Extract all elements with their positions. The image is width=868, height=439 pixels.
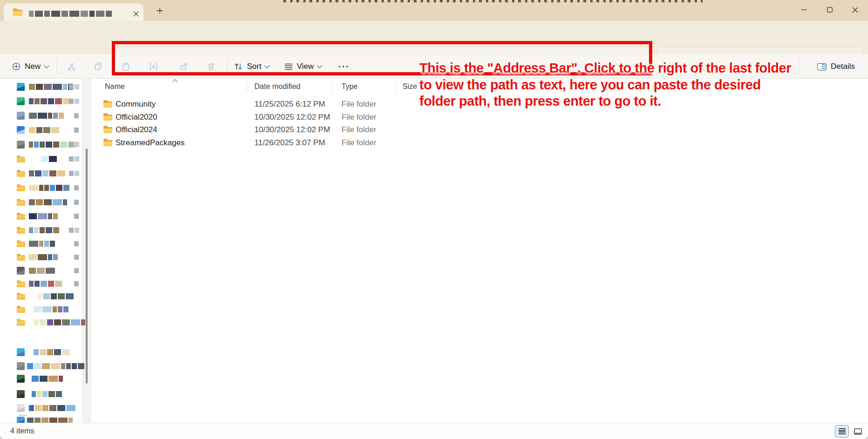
redacted-label	[29, 127, 59, 133]
folder-icon	[17, 227, 25, 234]
redacted-label	[32, 376, 63, 382]
file-row[interactable]: Official202410/30/2025 12:02 PMFile fold…	[93, 123, 475, 136]
sidebar-item[interactable]	[0, 184, 82, 193]
file-name[interactable]: StreamedPackages	[116, 138, 185, 148]
sidebar-divider	[19, 415, 27, 416]
file-name[interactable]: Official2020	[116, 113, 157, 122]
sidebar-item[interactable]	[0, 267, 82, 276]
app-icon	[17, 348, 25, 356]
file-explorer-window: …AppDataLocalPackagesMicrosoft.Limitless…	[0, 0, 868, 439]
copy-icon	[94, 62, 103, 71]
redacted-label	[27, 363, 84, 369]
file-type: File folder	[342, 125, 376, 135]
paste-button[interactable]	[120, 61, 132, 73]
sidebar-item[interactable]	[0, 155, 82, 164]
sidebar-item[interactable]	[0, 318, 82, 328]
cut-button[interactable]	[66, 61, 78, 73]
sidebar-item[interactable]	[0, 305, 82, 315]
new-label: New	[25, 62, 41, 71]
column-header-type[interactable]: Type	[342, 82, 358, 91]
sidebar-item[interactable]	[0, 390, 82, 399]
toolbar-divider	[799, 59, 799, 74]
folder-icon	[17, 199, 25, 206]
file-type: File folder	[342, 138, 376, 148]
file-name[interactable]: Official2024	[116, 125, 157, 135]
app-icon	[17, 375, 25, 383]
sidebar-item[interactable]	[0, 292, 82, 302]
file-row[interactable]: Official202010/30/2025 12:02 PMFile fold…	[93, 111, 475, 123]
chevron-down-icon	[44, 63, 49, 68]
maximize-button[interactable]	[817, 0, 842, 20]
annotation-line-3: folder path, then press enter to go to i…	[419, 93, 791, 110]
redacted-badge	[69, 142, 79, 147]
folder-icon	[17, 280, 25, 287]
file-name[interactable]: Community	[116, 100, 156, 109]
redacted-label	[32, 391, 62, 397]
folder-icon	[103, 113, 112, 121]
column-separator[interactable]	[246, 82, 247, 92]
redacted-badge	[74, 255, 79, 260]
window-controls	[791, 0, 868, 21]
share-button[interactable]	[178, 61, 190, 73]
redacted-label	[29, 98, 71, 104]
redacted-label	[29, 213, 58, 219]
details-view-toggle[interactable]	[835, 425, 849, 438]
redacted-label	[29, 241, 55, 247]
sort-button[interactable]: Sort	[234, 59, 269, 74]
folder-icon	[17, 213, 25, 220]
redacted-label	[29, 268, 55, 274]
sidebar-item[interactable]	[0, 169, 82, 179]
file-row[interactable]: Community11/25/2025 6:12 PMFile folder	[93, 98, 475, 110]
sidebar-item[interactable]	[0, 126, 82, 135]
close-tab-icon[interactable]	[130, 8, 142, 20]
column-separator[interactable]	[396, 82, 396, 92]
sidebar-item[interactable]	[0, 280, 82, 289]
content-view-icon	[854, 428, 862, 435]
redacted-label	[34, 349, 70, 355]
sidebar-item[interactable]	[0, 362, 82, 371]
close-button[interactable]	[842, 0, 868, 20]
sidebar-item[interactable]	[0, 212, 82, 222]
copy-button[interactable]	[92, 61, 104, 73]
new-button[interactable]: New	[8, 59, 52, 74]
app-icon	[17, 267, 25, 275]
details-view-icon	[839, 428, 846, 434]
more-options-button[interactable]	[337, 61, 350, 73]
sidebar-item[interactable]	[0, 226, 82, 236]
sidebar-item[interactable]	[0, 112, 82, 121]
column-header-date-modified[interactable]: Date modified	[254, 82, 301, 91]
new-tab-button[interactable]	[154, 5, 166, 17]
redacted-badge	[74, 241, 79, 246]
sidebar-item[interactable]	[0, 240, 82, 249]
file-row[interactable]: StreamedPackages11/26/2025 3:07 PMFile f…	[93, 136, 475, 149]
column-separator[interactable]	[332, 82, 333, 92]
content-view-toggle[interactable]	[851, 425, 865, 438]
rename-button[interactable]	[148, 61, 160, 73]
redacted-label	[29, 185, 69, 191]
cut-icon	[67, 62, 76, 71]
sidebar-item-selected[interactable]	[0, 375, 82, 384]
column-header-size[interactable]: Size	[403, 82, 417, 91]
sidebar-item[interactable]	[0, 404, 82, 413]
sidebar-item[interactable]	[0, 141, 82, 150]
delete-button[interactable]	[205, 61, 217, 73]
details-pane-button[interactable]: Details	[817, 59, 855, 74]
scrollbar-thumb[interactable]	[86, 149, 88, 384]
sidebar-item[interactable]	[0, 253, 82, 263]
minimize-button[interactable]	[791, 0, 817, 20]
view-button[interactable]: View	[284, 59, 321, 74]
trash-icon	[206, 62, 216, 71]
folder-icon	[103, 100, 112, 108]
sidebar-item[interactable]	[0, 348, 82, 358]
sidebar-item[interactable]	[0, 97, 82, 107]
folder-icon	[17, 306, 25, 313]
sort-label: Sort	[247, 62, 261, 71]
column-header-name[interactable]: Name	[105, 82, 125, 91]
paste-icon	[121, 62, 130, 71]
redacted-label	[29, 113, 64, 119]
sidebar-scrollbar[interactable]	[82, 79, 91, 423]
toolbar-divider	[56, 59, 57, 74]
sidebar-item[interactable]	[0, 417, 82, 423]
sidebar-item[interactable]	[0, 198, 82, 208]
explorer-tab[interactable]	[4, 3, 144, 21]
